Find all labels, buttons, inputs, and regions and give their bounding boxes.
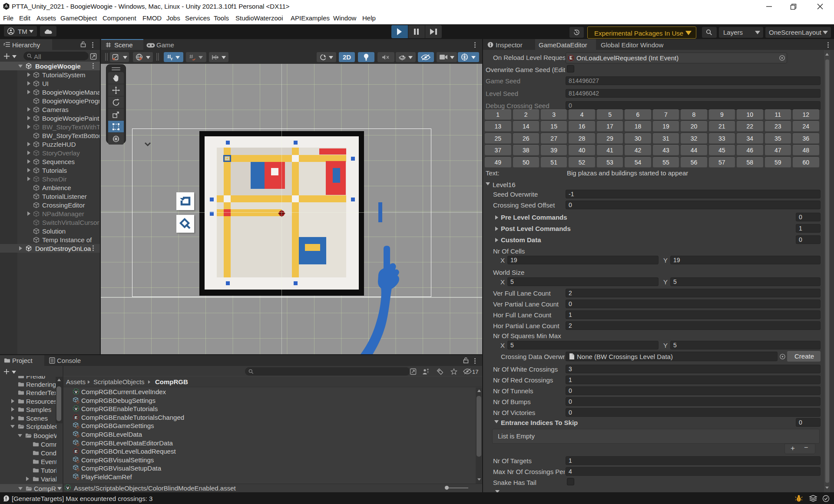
svg-text:V: V bbox=[66, 485, 70, 490]
svg-text:V: V bbox=[75, 406, 78, 411]
svg-text:E: E bbox=[75, 449, 78, 454]
svg-text:Y: Y bbox=[170, 57, 173, 61]
svg-text:V: V bbox=[75, 389, 78, 394]
svg-text:E: E bbox=[75, 415, 78, 419]
svg-text:E: E bbox=[569, 56, 573, 60]
